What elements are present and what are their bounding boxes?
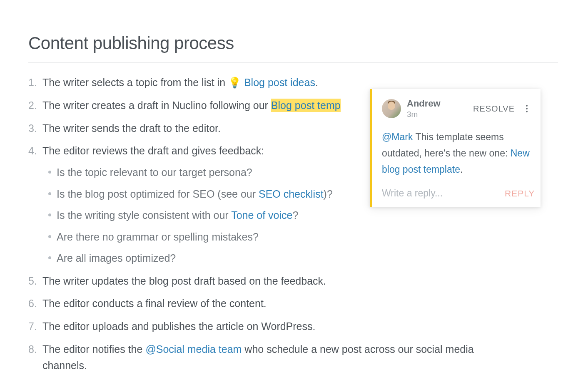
page-title: Content publishing process bbox=[28, 33, 558, 63]
mention-social-media-team[interactable]: @Social media team bbox=[145, 343, 242, 355]
b3-post: ? bbox=[293, 209, 299, 221]
link-tone-of-voice[interactable]: Tone of voice bbox=[231, 209, 292, 221]
step-1-text-post: . bbox=[315, 77, 318, 88]
step-4-bullet-3[interactable]: Is the writing style consistent with our… bbox=[42, 208, 558, 223]
reply-row: REPLY bbox=[382, 188, 531, 199]
link-seo-checklist[interactable]: SEO checklist bbox=[259, 188, 324, 200]
b2-pre: Is the blog post optimized for SEO (see … bbox=[57, 188, 259, 200]
step-7[interactable]: The editor uploads and publishes the art… bbox=[28, 318, 558, 335]
comment-header: Andrew 3m RESOLVE bbox=[382, 98, 531, 119]
step-6[interactable]: The editor conducts a final review of th… bbox=[28, 295, 558, 312]
step-1[interactable]: The writer selects a topic from the list… bbox=[28, 74, 558, 91]
step-8-pre: The editor notifies the bbox=[42, 343, 145, 355]
step-1-text-pre: The writer selects a topic from the list… bbox=[42, 77, 228, 88]
b3-pre: Is the writing style consistent with our bbox=[57, 209, 231, 221]
comment-body: @Mark This template seems outdated, here… bbox=[382, 129, 531, 178]
comment-author: Andrew bbox=[407, 98, 441, 109]
comment-actions: RESOLVE bbox=[473, 104, 531, 114]
link-blog-post-ideas[interactable]: Blog post ideas bbox=[244, 77, 315, 88]
comment-text-b: . bbox=[460, 164, 463, 175]
avatar[interactable] bbox=[382, 99, 401, 118]
link-blog-post-template-highlighted[interactable]: Blog post temp bbox=[271, 99, 341, 112]
more-options-icon[interactable] bbox=[523, 104, 531, 114]
reply-button[interactable]: REPLY bbox=[505, 189, 535, 198]
reply-input[interactable] bbox=[382, 188, 505, 199]
step-4-bullet-4[interactable]: Are there no grammar or spelling mistake… bbox=[42, 229, 558, 245]
comment-timestamp: 3m bbox=[407, 110, 441, 119]
step-4-bullet-5[interactable]: Are all images optimized? bbox=[42, 251, 558, 266]
document-page: Content publishing process The writer se… bbox=[0, 0, 583, 392]
resolve-button[interactable]: RESOLVE bbox=[473, 104, 515, 114]
step-4-intro: The editor reviews the draft and gives f… bbox=[42, 145, 264, 156]
comment-user: Andrew 3m bbox=[382, 98, 441, 119]
comment-card: Andrew 3m RESOLVE @Mark This template se… bbox=[370, 89, 541, 207]
step-2-text-pre: The writer creates a draft in Nuclino fo… bbox=[42, 99, 271, 111]
step-5[interactable]: The writer updates the blog post draft b… bbox=[28, 273, 558, 289]
comment-meta: Andrew 3m bbox=[407, 98, 441, 119]
mention-mark[interactable]: @Mark bbox=[382, 131, 413, 142]
step-8[interactable]: The editor notifies the @Social media te… bbox=[28, 341, 558, 374]
lightbulb-icon: 💡 bbox=[228, 77, 241, 88]
b2-post: )? bbox=[324, 188, 333, 200]
